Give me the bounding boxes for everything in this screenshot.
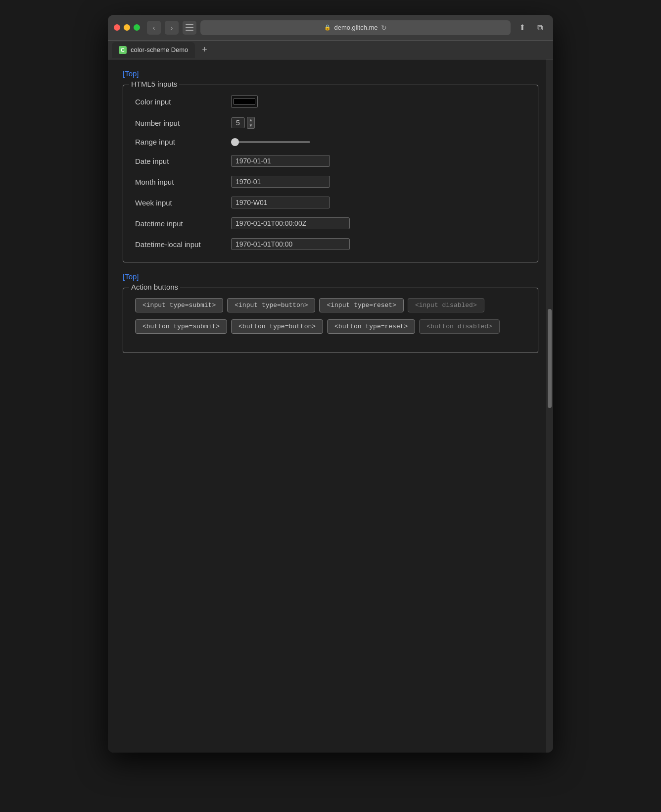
datetime-local-input[interactable] [231,238,350,250]
lock-icon: 🔒 [324,24,331,31]
svg-rect-2 [186,30,193,31]
sidebar-button[interactable] [183,21,196,35]
new-tab-button[interactable]: + [199,45,210,55]
week-input[interactable] [231,197,330,208]
spinner-up[interactable]: ▲ [247,117,254,123]
number-input-wrapper: 5 ▲ ▼ [231,117,255,129]
number-value: 5 [231,117,245,128]
svg-rect-0 [186,24,193,25]
scrollbar-track [546,59,553,753]
button-button-button[interactable]: <button type=button> [231,319,323,334]
month-input[interactable] [231,176,330,188]
share-button[interactable]: ⬆ [515,21,529,35]
week-label: Week input [135,199,224,207]
date-input-row: Date input [135,155,526,167]
color-label: Color input [135,98,224,106]
datetime-local-input-row: Datetime-local input [135,238,526,250]
button-disabled-button: <button disabled> [419,319,500,334]
svg-rect-1 [186,27,193,28]
action-legend: Action buttons [129,283,180,291]
datetime-label: Datetime input [135,219,224,228]
number-label: Number input [135,119,224,127]
input-button-button[interactable] [227,298,315,312]
tab-favicon: C [119,46,127,54]
datetime-local-label: Datetime-local input [135,240,224,249]
datetime-input[interactable] [231,217,350,229]
button-submit-button[interactable]: <button type=submit> [135,319,227,334]
range-input-row: Range input [135,138,526,146]
tabs-button[interactable]: ⧉ [532,21,547,35]
range-label: Range input [135,138,224,146]
number-input-row: Number input 5 ▲ ▼ [135,117,526,129]
address-bar[interactable]: 🔒 demo.glitch.me ↻ [200,20,511,35]
color-input-row: Color input [135,95,526,108]
reload-icon: ↻ [381,24,387,32]
input-buttons-group [135,298,526,312]
title-bar: ‹ › 🔒 demo.glitch.me ↻ ⬆ ⧉ [108,15,553,41]
button-elements-group: <button type=submit> <button type=button… [135,319,526,334]
active-tab[interactable]: C color-scheme Demo [112,42,195,58]
date-input[interactable] [231,155,330,167]
spinner-down[interactable]: ▼ [247,123,254,128]
tab-bar: C color-scheme Demo + [108,41,553,59]
traffic-lights [114,24,140,31]
page-content: [Top] HTML5 inputs Color input Number in… [108,59,553,753]
range-input[interactable] [231,141,310,143]
date-label: Date input [135,157,224,165]
action-buttons-section: Action buttons <button type=submit> <but… [123,288,538,353]
back-button[interactable]: ‹ [147,21,161,35]
html5-legend: HTML5 inputs [129,80,179,88]
page-wrapper: [Top] HTML5 inputs Color input Number in… [108,59,553,753]
top-link-1[interactable]: [Top] [123,69,139,78]
month-label: Month input [135,178,224,186]
top-link-2[interactable]: [Top] [123,272,139,281]
tab-title: color-scheme Demo [131,46,188,53]
browser-action-buttons: ⬆ ⧉ [515,21,547,35]
input-reset-button[interactable] [319,298,403,312]
maximize-button[interactable] [134,24,140,31]
color-input[interactable] [231,95,258,108]
input-submit-button[interactable] [135,298,223,312]
button-reset-button[interactable]: <button type=reset> [327,319,415,334]
minimize-button[interactable] [124,24,130,31]
week-input-row: Week input [135,197,526,208]
input-disabled-button [408,298,484,312]
month-input-row: Month input [135,176,526,188]
scrollbar-thumb[interactable] [548,309,552,408]
forward-button[interactable]: › [165,21,179,35]
number-spinner[interactable]: ▲ ▼ [247,117,255,129]
url-text: demo.glitch.me [334,24,378,31]
close-button[interactable] [114,24,120,31]
datetime-input-row: Datetime input [135,217,526,229]
html5-inputs-section: HTML5 inputs Color input Number input 5 … [123,85,538,262]
